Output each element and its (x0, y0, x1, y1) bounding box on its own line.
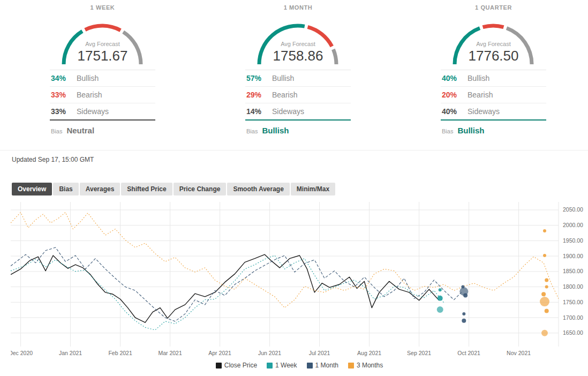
bearish-row: 33% Bearish (50, 87, 155, 103)
panel-title: 1 MONTH (245, 4, 351, 11)
bias-row: Bias Bullish (245, 121, 351, 140)
bullish-label: Bullish (272, 74, 294, 82)
avg-forecast-value: 1751.67 (50, 48, 155, 64)
bullish-label: Bullish (77, 74, 99, 82)
chart-legend: Close Price 1 Week 1 Month 3 Months (11, 362, 588, 369)
tab-overview[interactable]: Overview (12, 183, 52, 195)
bias-label: Bias (442, 128, 453, 134)
svg-text:1950.00: 1950.00 (563, 237, 583, 244)
bullish-percent: 34% (51, 74, 70, 82)
bearish-percent: 29% (246, 91, 266, 99)
avg-forecast-value: 1776.50 (441, 48, 546, 64)
bearish-percent: 33% (51, 91, 70, 99)
bias-value: Bullish (457, 126, 484, 135)
bias-label: Bias (51, 128, 62, 134)
sideways-label: Sideways (272, 107, 304, 116)
bearish-row: 29% Bearish (245, 87, 351, 103)
bearish-row: 20% Bearish (441, 87, 546, 103)
svg-text:1650.00: 1650.00 (563, 329, 583, 336)
tab-minim-max[interactable]: Minim/Max (291, 183, 335, 195)
tab-bias[interactable]: Bias (53, 183, 78, 195)
svg-text:Mar 2021: Mar 2021 (158, 350, 182, 356)
svg-text:Apr 2021: Apr 2021 (208, 350, 231, 356)
bullish-percent: 57% (246, 74, 266, 82)
bias-row: Bias Bullish (441, 121, 546, 140)
sideways-label: Sideways (468, 107, 500, 116)
svg-text:1800.00: 1800.00 (563, 283, 583, 290)
sideways-label: Sideways (77, 107, 109, 116)
three-months-swatch-icon (348, 363, 354, 369)
close-price-swatch-icon (216, 363, 222, 369)
svg-text:1850.00: 1850.00 (563, 268, 583, 274)
bias-value: Neutral (66, 126, 94, 135)
one-week-swatch-icon (267, 363, 273, 369)
svg-text:Jun 2021: Jun 2021 (258, 350, 281, 356)
bias-row: Bias Neutral (50, 121, 155, 140)
forecast-panel-1-week: 1 WEEK Avg Forecast 1751.67 34% Bullish … (50, 4, 155, 140)
forecast-panel-1-quarter: 1 QUARTER Avg Forecast 1776.50 40% Bulli… (441, 4, 546, 140)
chart-canvas: 1650.001700.001750.001800.001850.001900.… (11, 202, 587, 358)
sideways-percent: 14% (246, 107, 266, 116)
panel-title: 1 QUARTER (441, 4, 546, 11)
legend-label: 1 Month (315, 362, 338, 369)
legend-item-1-week[interactable]: 1 Week (267, 362, 297, 369)
legend-label: Close Price (224, 362, 257, 369)
bullish-percent: 40% (442, 74, 461, 82)
tab-smooth-average[interactable]: Smooth Average (227, 183, 289, 195)
gauge-1-month: Avg Forecast 1758.86 (245, 15, 351, 69)
svg-text:Jan 2021: Jan 2021 (59, 350, 82, 356)
legend-label: 1 Week (275, 362, 297, 369)
forecast-panel-1-month: 1 MONTH Avg Forecast 1758.86 57% Bullish… (245, 4, 351, 140)
bearish-percent: 20% (442, 91, 461, 99)
panel-title: 1 WEEK (50, 4, 155, 11)
bias-value: Bullish (262, 126, 289, 135)
bullish-row: 57% Bullish (245, 70, 351, 87)
sideways-row: 40% Sideways (441, 103, 546, 121)
tab-shifted-price[interactable]: Shifted Price (121, 183, 172, 195)
sideways-row: 33% Sideways (50, 103, 155, 121)
svg-text:Oct 2021: Oct 2021 (457, 350, 480, 356)
avg-forecast-label: Avg Forecast (441, 41, 546, 47)
svg-text:1900.00: 1900.00 (563, 253, 583, 259)
gauge-1-week: Avg Forecast 1751.67 (50, 15, 155, 69)
section-divider: Updated Sep 17, 15:00 GMT (0, 150, 588, 163)
sideways-percent: 40% (442, 107, 461, 116)
avg-forecast-label: Avg Forecast (245, 41, 351, 47)
svg-text:1700.00: 1700.00 (563, 314, 583, 321)
bias-label: Bias (246, 128, 258, 134)
bearish-label: Bearish (468, 91, 493, 99)
bearish-label: Bearish (272, 91, 297, 99)
bullish-row: 40% Bullish (441, 70, 546, 87)
bullish-row: 34% Bullish (50, 70, 155, 87)
svg-text:Nov 2021: Nov 2021 (507, 350, 531, 356)
tab-price-change[interactable]: Price Change (174, 183, 227, 195)
bearish-label: Bearish (77, 91, 102, 99)
svg-text:Feb 2021: Feb 2021 (108, 350, 132, 356)
svg-text:2000.00: 2000.00 (563, 222, 583, 228)
legend-label: 3 Months (357, 362, 383, 369)
avg-forecast-value: 1758.86 (245, 48, 351, 64)
legend-item-3-months[interactable]: 3 Months (348, 362, 383, 369)
forecast-chart: 1650.001700.001750.001800.001850.001900.… (11, 202, 588, 369)
updated-timestamp: Updated Sep 17, 15:00 GMT (0, 151, 588, 163)
legend-item-1-month[interactable]: 1 Month (307, 362, 338, 369)
svg-text:2050.00: 2050.00 (563, 206, 583, 213)
sideways-row: 14% Sideways (245, 103, 351, 121)
forecast-panels: 1 WEEK Avg Forecast 1751.67 34% Bullish … (0, 0, 588, 140)
legend-item-close-price[interactable]: Close Price (216, 362, 257, 369)
svg-text:Aug 2021: Aug 2021 (357, 350, 381, 356)
one-month-swatch-icon (307, 363, 313, 369)
gauge-1-quarter: Avg Forecast 1776.50 (441, 15, 546, 69)
sideways-percent: 33% (51, 107, 70, 116)
avg-forecast-label: Avg Forecast (50, 41, 155, 47)
svg-text:Dec 2020: Dec 2020 (11, 350, 33, 356)
svg-text:Jul 2021: Jul 2021 (309, 350, 330, 356)
bullish-label: Bullish (468, 74, 489, 82)
svg-text:Sep 2021: Sep 2021 (407, 350, 431, 356)
chart-tabs: Overview Bias Averages Shifted Price Pri… (12, 183, 588, 195)
tab-averages[interactable]: Averages (80, 183, 120, 195)
svg-text:1750.00: 1750.00 (563, 299, 583, 305)
